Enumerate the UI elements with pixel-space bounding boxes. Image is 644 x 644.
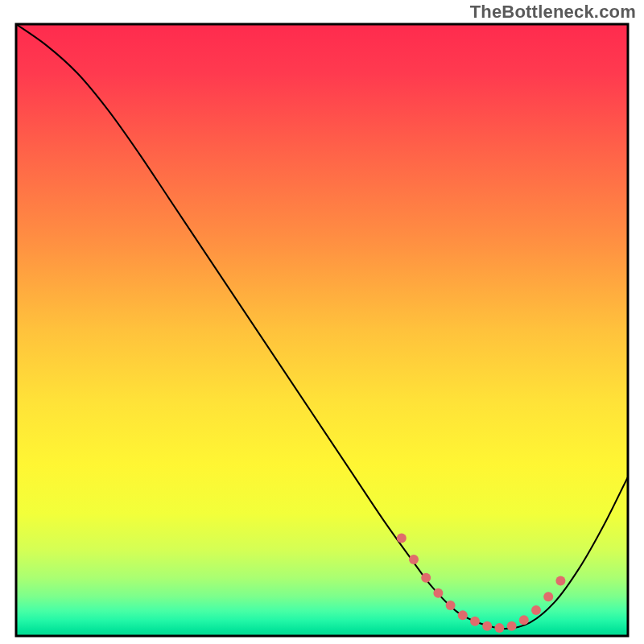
highlight-marker: [555, 576, 565, 586]
highlight-marker: [409, 555, 419, 564]
gradient-background: [16, 24, 628, 636]
highlight-marker: [531, 605, 541, 615]
highlight-marker: [470, 617, 480, 626]
highlight-marker: [482, 621, 492, 631]
highlight-marker: [519, 615, 529, 625]
highlight-marker: [446, 601, 456, 610]
highlight-marker: [397, 533, 407, 543]
highlight-marker: [507, 621, 517, 631]
watermark-text: TheBottleneck.com: [470, 2, 636, 23]
highlight-marker: [543, 592, 553, 601]
highlight-marker: [433, 588, 443, 598]
bottleneck-chart: [0, 0, 644, 644]
highlight-marker: [458, 610, 468, 620]
highlight-marker: [421, 573, 431, 583]
highlight-marker: [494, 623, 504, 633]
